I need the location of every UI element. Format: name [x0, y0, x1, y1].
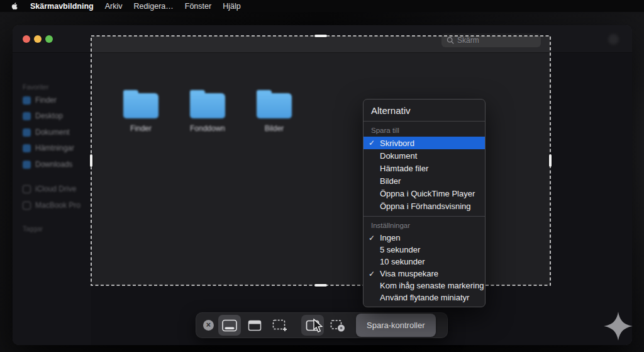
option-10-sekunder[interactable]: 10 sekunder	[364, 256, 485, 268]
capture-entire-screen-button[interactable]	[218, 315, 241, 336]
menu-hjalp[interactable]: Hjälp	[223, 2, 241, 11]
zoom-window-button[interactable]	[45, 35, 53, 43]
mouse-cursor	[313, 319, 323, 333]
close-toolbar-button[interactable]: ×	[203, 320, 214, 331]
selection-handle-bottom[interactable]	[314, 284, 327, 287]
option-ingen[interactable]: ✓ Ingen	[364, 232, 485, 244]
minimize-window-button[interactable]	[34, 35, 42, 43]
menu-arkiv[interactable]: Arkiv	[105, 2, 123, 11]
capture-window-icon	[247, 319, 262, 332]
option-skrivbord[interactable]: ✓ Skrivbord	[364, 137, 485, 149]
option-kom-ihag-markering[interactable]: Kom ihåg senaste markering	[364, 280, 485, 292]
record-selection-button[interactable]	[326, 315, 349, 336]
checkmark-icon: ✓	[369, 139, 380, 147]
apple-menu-icon[interactable]	[11, 2, 19, 10]
menu-app-name[interactable]: Skärmavbildning	[30, 2, 94, 11]
dim-overlay-right	[550, 36, 632, 345]
option-hamtade-filer[interactable]: Hämtade filer	[364, 162, 485, 174]
sparkle-icon	[603, 311, 633, 341]
selection-handle-top[interactable]	[314, 35, 327, 37]
capture-screen-icon	[221, 319, 238, 332]
options-panel: Alternativ Spara till ✓ Skrivbord Dokume…	[363, 99, 486, 307]
close-window-button[interactable]	[23, 35, 30, 43]
capture-window-button[interactable]	[243, 315, 266, 336]
record-selection-icon	[330, 319, 346, 332]
option-flytande-miniatyr[interactable]: Använd flytande miniatyr	[364, 292, 485, 304]
checkmark-icon: ✓	[369, 234, 380, 242]
option-5-sekunder[interactable]: 5 sekunder	[364, 244, 485, 256]
save-to-header: Spara till	[364, 122, 485, 137]
option-bilder[interactable]: Bilder	[364, 174, 485, 187]
capture-selection-icon	[272, 319, 288, 332]
settings-header: Inställningar	[364, 217, 485, 232]
selection-handle-right[interactable]	[549, 154, 552, 167]
checkmark-icon: ✓	[369, 270, 380, 278]
option-oppna-quicktime[interactable]: Öppna i QuickTime Player	[364, 187, 485, 200]
save-controls-button[interactable]: Spara-kontroller	[356, 314, 436, 337]
menu-bar: Skärmavbildning Arkiv Redigera… Fönster …	[0, 0, 644, 12]
capture-selection-button[interactable]	[269, 315, 291, 336]
menu-redigera[interactable]: Redigera…	[134, 2, 174, 11]
selection-handle-left[interactable]	[90, 154, 92, 167]
option-oppna-forhandsvisning[interactable]: Öppna i Förhandsvisning	[364, 200, 485, 212]
options-panel-title: Alternativ	[364, 99, 485, 121]
option-dokument[interactable]: Dokument	[364, 149, 485, 162]
option-visa-muspekare[interactable]: ✓ Visa muspekare	[364, 268, 485, 280]
menu-fonster[interactable]: Fönster	[185, 2, 211, 11]
dim-overlay-left	[13, 36, 91, 345]
